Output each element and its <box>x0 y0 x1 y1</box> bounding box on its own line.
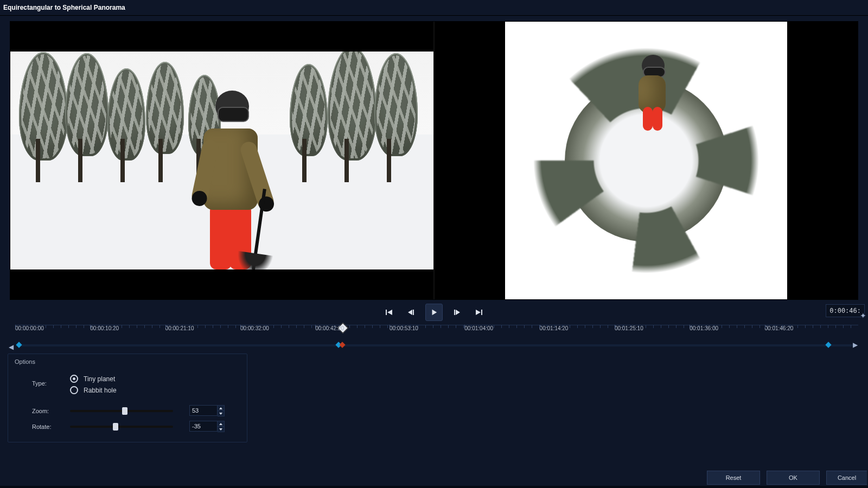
go-start-button[interactable] <box>382 305 396 319</box>
options-panel: Options Type: Tiny planetRabbit hole Zoo… <box>8 354 247 442</box>
radio-label: Rabbit hole <box>84 387 117 394</box>
svg-marker-7 <box>476 310 481 315</box>
dialog-footer: Reset OK Cancel <box>707 471 868 485</box>
rotate-input[interactable] <box>189 421 218 432</box>
options-title: Options <box>8 354 247 369</box>
zoom-slider[interactable] <box>70 410 173 412</box>
zoom-step-down[interactable] <box>218 410 224 416</box>
timeline-tick: 00:00:00:00 <box>15 325 44 331</box>
type-radio-rabbit_hole[interactable]: Rabbit hole <box>70 386 117 394</box>
transport-bar: 0:00:46: <box>0 300 868 325</box>
rotate-step-up[interactable] <box>218 421 224 426</box>
prev-keyframe-button[interactable]: ◀ <box>9 343 13 348</box>
svg-marker-11 <box>219 423 222 425</box>
source-preview[interactable] <box>10 22 433 299</box>
keyframe-marker[interactable] <box>825 342 831 348</box>
add-keyframe-button[interactable]: ✦ <box>859 312 867 319</box>
timeline-tick: 00:00:10:20 <box>90 325 119 331</box>
timeline-ruler[interactable]: 00:00:00:0000:00:10:2000:00:21:1000:00:3… <box>15 325 858 342</box>
timeline-tick: 00:01:14:20 <box>540 325 569 331</box>
keyframe-bar: ◀ ▶ <box>9 342 858 349</box>
preview-area <box>10 21 858 300</box>
zoom-label: Zoom: <box>8 408 70 414</box>
timeline-tick: 00:01:46:20 <box>765 325 794 331</box>
cancel-button[interactable]: Cancel <box>826 471 867 485</box>
keyframe-marker[interactable] <box>340 342 346 348</box>
radio-label: Tiny planet <box>84 375 115 383</box>
svg-rect-0 <box>386 310 387 315</box>
keyframe-marker[interactable] <box>16 342 22 348</box>
timeline-tick: 00:01:36:00 <box>690 325 718 331</box>
svg-rect-3 <box>413 310 414 315</box>
timeline-tick: 00:01:25:10 <box>615 325 643 331</box>
output-preview[interactable] <box>433 22 858 299</box>
svg-marker-12 <box>219 428 222 431</box>
step-back-button[interactable] <box>404 305 418 319</box>
svg-rect-6 <box>454 310 455 315</box>
radio-dot-icon <box>70 386 78 394</box>
next-keyframe-button[interactable]: ▶ <box>853 341 857 345</box>
play-button[interactable] <box>425 304 443 321</box>
window-title: Equirectangular to Spherical Panorama <box>0 0 868 16</box>
timeline-tick: 00:00:42:20 <box>315 325 344 331</box>
timeline-tick: 00:01:04:00 <box>464 325 493 331</box>
svg-marker-4 <box>432 310 437 316</box>
rotate-slider[interactable] <box>70 426 173 428</box>
type-label: Type: <box>8 371 70 387</box>
svg-marker-2 <box>408 310 412 315</box>
rotate-step-down[interactable] <box>218 426 224 432</box>
svg-marker-1 <box>387 310 392 315</box>
rotate-label: Rotate: <box>8 423 70 430</box>
svg-rect-8 <box>481 310 482 315</box>
timeline-tick: 00:00:32:00 <box>240 325 269 331</box>
reset-button[interactable]: Reset <box>707 471 760 485</box>
svg-marker-5 <box>456 310 460 315</box>
step-forward-button[interactable] <box>450 305 464 319</box>
radio-dot-icon <box>70 375 78 383</box>
svg-marker-10 <box>219 413 222 415</box>
go-end-button[interactable] <box>472 305 486 319</box>
ok-button[interactable]: OK <box>767 471 820 485</box>
type-radio-tiny_planet[interactable]: Tiny planet <box>70 375 117 383</box>
svg-marker-9 <box>219 407 222 409</box>
timeline-tick: 00:00:21:10 <box>165 325 194 331</box>
keyframe-track[interactable] <box>16 344 855 346</box>
zoom-step-up[interactable] <box>218 406 224 410</box>
timeline-tick: 00:00:53:10 <box>390 325 418 331</box>
zoom-slider-thumb[interactable] <box>122 407 127 415</box>
zoom-input[interactable] <box>189 405 218 416</box>
rotate-slider-thumb[interactable] <box>113 423 118 431</box>
